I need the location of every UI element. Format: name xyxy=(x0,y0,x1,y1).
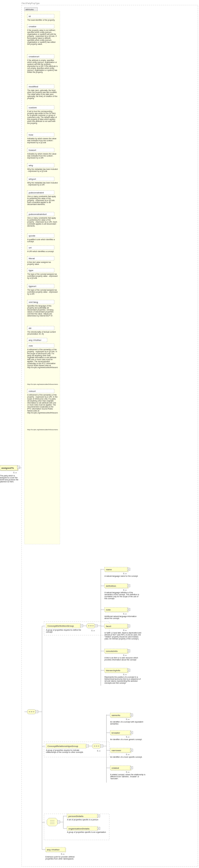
svg-text:how: how xyxy=(29,133,33,136)
svg-text:modified: modified xyxy=(29,85,38,88)
svg-text:+: + xyxy=(131,767,132,769)
svg-text:0..∞: 0..∞ xyxy=(13,472,17,473)
svg-text:id: id xyxy=(29,15,31,18)
svg-text:0..∞: 0..∞ xyxy=(97,750,101,752)
svg-text:0..∞: 0..∞ xyxy=(61,853,64,855)
svg-text:personDetails: personDetails xyxy=(68,815,83,817)
breadcrumb: Flex1PartyPropType xyxy=(22,2,40,4)
svg-text:howuri: howuri xyxy=(29,149,36,151)
svg-rect-7 xyxy=(27,14,54,18)
svg-text:organisationDetails: organisationDetails xyxy=(68,828,90,830)
svg-text:assignedTo: assignedTo xyxy=(1,467,14,469)
svg-text:type: type xyxy=(29,269,33,272)
svg-text:note: note xyxy=(106,609,111,611)
svg-text:0..∞: 0..∞ xyxy=(123,629,126,631)
svg-text:creator: creator xyxy=(29,25,36,28)
svg-text:0..∞: 0..∞ xyxy=(126,771,130,773)
svg-text:0..∞: 0..∞ xyxy=(123,654,126,656)
svg-text:definition: definition xyxy=(106,585,116,587)
svg-text:0..∞: 0..∞ xyxy=(126,718,130,720)
svg-text:narrower: narrower xyxy=(112,749,121,752)
svg-text:xml:lang: xml:lang xyxy=(29,301,38,303)
svg-text:role: role xyxy=(29,344,33,347)
svg-text:any ##other: any ##other xyxy=(29,339,41,341)
svg-text:pubconstraint: pubconstraint xyxy=(29,191,44,194)
svg-text:name: name xyxy=(106,568,112,571)
svg-text:ConceptDefinitionGroup: ConceptDefinitionGroup xyxy=(48,625,74,627)
svg-text:+: + xyxy=(128,568,130,571)
svg-text:+: + xyxy=(98,827,100,830)
svg-text:0..∞: 0..∞ xyxy=(123,613,126,615)
svg-text:custom: custom xyxy=(29,106,37,109)
concept-definition-group: ConceptDefinitionGroup A group of proper… xyxy=(42,622,109,635)
svg-text:hierarchyInfo: hierarchyInfo xyxy=(106,669,120,672)
svg-text:0..∞: 0..∞ xyxy=(123,572,126,575)
svg-text:sameAs: sameAs xyxy=(112,714,120,717)
svg-text:attributes: attributes xyxy=(26,8,34,10)
svg-text:0..∞: 0..∞ xyxy=(126,736,130,738)
svg-text:+: + xyxy=(131,731,132,734)
svg-text:broader: broader xyxy=(112,732,120,734)
svg-text:0..∞: 0..∞ xyxy=(91,629,95,631)
svg-text:+: + xyxy=(131,749,132,752)
svg-text:qcode: qcode xyxy=(29,235,35,237)
svg-text:ConceptRelationshipsGroup: ConceptRelationshipsGroup xyxy=(48,745,78,747)
svg-text:+: + xyxy=(131,714,132,717)
root-node: assignedTo 0..∞ The party which is assig… xyxy=(0,465,21,492)
svg-text:facet: facet xyxy=(106,625,111,627)
svg-text:remoteInfo: remoteInfo xyxy=(106,650,117,652)
svg-text:+: + xyxy=(128,608,130,611)
svg-text:+: + xyxy=(128,584,130,587)
svg-text:whyuri: whyuri xyxy=(28,178,36,180)
svg-text:creatoruri: creatoruri xyxy=(29,55,39,58)
svg-text:+: + xyxy=(128,669,130,672)
svg-text:0..∞: 0..∞ xyxy=(123,674,126,676)
svg-text:+: + xyxy=(98,815,100,817)
svg-text:related: related xyxy=(112,767,119,769)
svg-text:typeuri: typeuri xyxy=(29,285,36,287)
svg-text:pubconstrainturi: pubconstrainturi xyxy=(29,213,47,216)
svg-text:0..∞: 0..∞ xyxy=(123,589,126,591)
svg-text:dir: dir xyxy=(29,327,31,330)
svg-text:0..∞: 0..∞ xyxy=(126,753,130,755)
svg-text:uri: uri xyxy=(29,246,31,249)
svg-text:+: + xyxy=(128,650,130,652)
svg-text:+: + xyxy=(128,625,130,627)
any-element: any ##other 0..∞ Extension point for pro… xyxy=(42,847,82,864)
sequence-connector xyxy=(24,710,38,714)
svg-text:literal: literal xyxy=(29,257,35,260)
svg-text:any ##other: any ##other xyxy=(47,848,60,851)
svg-text:roleuri: roleuri xyxy=(29,390,36,393)
svg-text:why: why xyxy=(28,164,33,167)
